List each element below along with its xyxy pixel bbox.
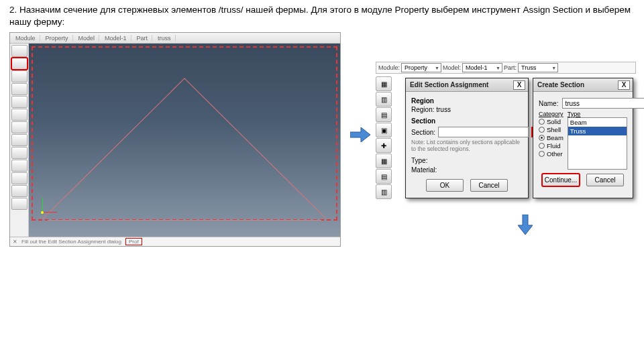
type-option-beam[interactable]: Beam	[568, 118, 627, 127]
tool-icon[interactable]: ▥	[376, 184, 392, 199]
tool-icon[interactable]	[11, 134, 28, 146]
type-listbox[interactable]: Beam Truss	[568, 117, 627, 170]
region-group-label: Region	[411, 97, 523, 105]
close-icon[interactable]: X	[513, 80, 525, 90]
continue-button[interactable]: Continue...	[542, 174, 580, 186]
section-note: Note: List contains only sections applic…	[411, 139, 523, 153]
tool-icon[interactable]: ▦	[376, 76, 392, 91]
radio-fluid[interactable]: Fluid	[539, 142, 564, 149]
viewport-context-toolbar: Module Property Model Model-1 Part truss	[10, 33, 340, 44]
cancel-button[interactable]: Cancel	[470, 179, 508, 192]
radio-other[interactable]: Other	[539, 150, 564, 158]
tool-icon[interactable]	[11, 160, 28, 172]
type-header: Type	[568, 111, 627, 117]
radio-shell[interactable]: Shell	[539, 126, 564, 133]
instruction-text: 2. Назначим сечение для стержневых элеме…	[0, 0, 644, 29]
name-label: Name:	[539, 100, 558, 107]
tool-icon[interactable]: ▤	[376, 169, 392, 184]
radio-solid[interactable]: Solid	[539, 118, 564, 125]
tool-icon[interactable]	[11, 121, 28, 133]
tool-icon[interactable]	[11, 70, 28, 82]
truss-geometry	[29, 73, 340, 221]
part-label: Part:	[504, 64, 517, 71]
type-option-truss[interactable]: Truss	[568, 127, 627, 135]
module-label: Module:	[378, 64, 400, 71]
region-value: Region: truss	[411, 106, 523, 113]
section-combo[interactable]	[438, 127, 529, 137]
category-column: Category Solid Shell Beam Fluid Other	[539, 111, 564, 170]
part-select[interactable]: Truss	[518, 63, 558, 72]
name-field[interactable]	[562, 98, 644, 109]
cancel-button[interactable]: Cancel	[586, 174, 624, 186]
material-label: Material:	[411, 166, 437, 174]
edit-section-assignment-dialog: Edit Section Assignment X Region Region:…	[405, 78, 529, 198]
dialogs-area: Module: Property Model: Model-1 Part: Tr…	[376, 62, 636, 202]
category-header: Category	[539, 111, 564, 117]
ctx-module-val: Property	[42, 35, 73, 42]
section-group-label: Section	[411, 117, 523, 125]
property-toolbox	[10, 44, 29, 237]
ctx-module: Module	[11, 35, 40, 42]
tool-icon[interactable]: ✚	[376, 138, 392, 153]
ctx-part-val: truss	[154, 35, 176, 42]
model-label: Model:	[443, 64, 461, 71]
tool-icon[interactable]: ▣	[376, 123, 392, 137]
context-bar: Module: Property Model: Model-1 Part: Tr…	[376, 62, 636, 74]
status-hot: Prof	[125, 238, 142, 245]
close-icon[interactable]: X	[618, 80, 630, 90]
ctx-model-val: Model-1	[101, 35, 131, 42]
model-select[interactable]: Model-1	[462, 63, 502, 72]
module-select[interactable]: Property	[401, 63, 441, 72]
section-label: Section:	[411, 129, 435, 136]
radio-beam[interactable]: Beam	[539, 134, 564, 141]
create-section-dialog: Create Section X Name: Category Solid Sh…	[533, 78, 633, 198]
ctx-model: Model	[74, 35, 100, 42]
ctx-part: Part	[133, 35, 153, 42]
tool-icon[interactable]: ▤	[376, 107, 392, 122]
create-section-icon[interactable]	[11, 45, 28, 57]
model-canvas[interactable]	[29, 44, 340, 237]
type-label: Type:	[411, 157, 427, 164]
tool-icon[interactable]	[11, 185, 28, 197]
tool-icon[interactable]	[11, 198, 28, 210]
tool-icon[interactable]	[11, 172, 28, 184]
tool-icon[interactable]	[11, 96, 28, 108]
status-message: Fill out the Edit Section Assignment dia…	[21, 239, 121, 245]
tool-icon[interactable]	[11, 147, 28, 159]
abaqus-viewport: Module Property Model Model-1 Part truss	[9, 32, 341, 247]
tool-icon[interactable]: ▦	[376, 154, 392, 168]
toolbox-icons: ▦ ▥ ▤ ▣ ✚ ▦ ▤ ▥	[376, 76, 393, 199]
dialog-title: Create Section	[537, 81, 584, 88]
tool-icon[interactable]	[11, 83, 28, 95]
tool-icon[interactable]	[11, 109, 28, 121]
assign-section-icon[interactable]	[11, 58, 28, 70]
dialog-title: Edit Section Assignment	[410, 81, 488, 88]
arrow-right-icon	[350, 127, 370, 142]
ok-button[interactable]: OK	[426, 179, 464, 192]
arrow-down-icon	[518, 215, 533, 235]
triad-icon	[41, 196, 58, 214]
tool-icon[interactable]: ▥	[376, 92, 392, 107]
status-bar: ✕ Fill out the Edit Section Assignment d…	[10, 237, 340, 246]
